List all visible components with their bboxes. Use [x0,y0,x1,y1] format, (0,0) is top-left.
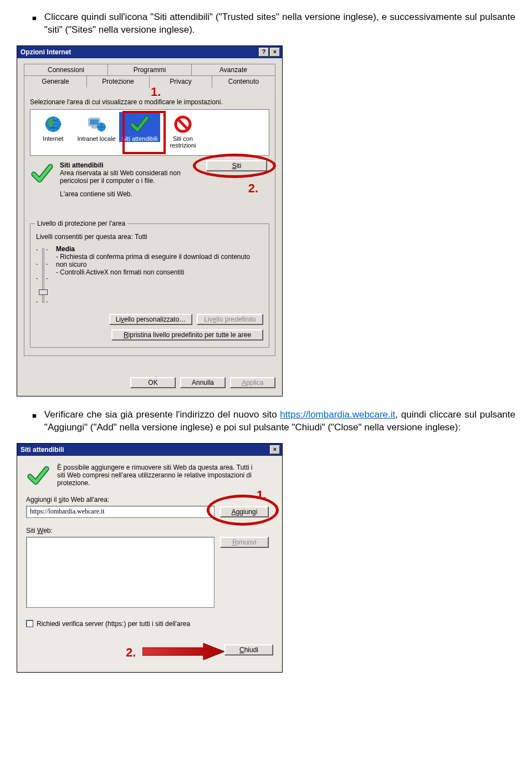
default-level-button[interactable]: Livello predefinito [197,314,263,325]
add-button[interactable]: Aggiungi [220,506,269,517]
close-button[interactable]: × [270,445,280,454]
dialog-title: Siti attendibili [21,446,64,454]
help-button[interactable]: ? [259,48,269,57]
zone-list[interactable]: Internet Intranet locale Siti attendibil… [30,109,269,156]
instruction-para-1: ■ Cliccare quindi sull'icona "Siti atten… [32,11,515,37]
trusted-sites-dialog: Siti attendibili × È possibile aggiunger… [17,443,283,673]
add-site-label: Aggiungi il sito Web all'area: [26,496,273,503]
zone-restricted[interactable]: Siti con restrizioni [162,112,203,149]
intro-row: È possibile aggiungere e rimuovere siti … [26,464,273,488]
tab-programmi[interactable]: Programmi [108,64,192,76]
svg-rect-5 [92,126,96,128]
tab-avanzate[interactable]: Avanzate [191,64,275,76]
checkmark-icon [26,464,50,488]
zone-desc-body: Area riservata ai siti Web considerati n… [60,169,198,185]
checkbox-icon [26,620,33,627]
tab-panel-protezione: 1. Selezionare l'area di cui visualizzar… [24,88,275,356]
marker-1: 1. [151,85,161,99]
sites-listbox[interactable] [26,537,214,608]
tab-strip: Connessioni Programmi Avanzate Generale … [24,64,275,88]
level-line-2: - Controlli ActiveX non firmati non cons… [56,268,255,276]
apply-button[interactable]: Applica [230,377,275,388]
restricted-icon [162,113,203,135]
bullet-icon: ■ [32,13,37,37]
arrow-icon [142,641,226,662]
zone-desc-extra: L'area contiene siti Web. [60,190,198,198]
titlebar: Opzioni Internet ? × [17,46,282,58]
close-dialog-button[interactable]: Chiudi [224,644,273,655]
zone-label: Intranet locale [77,135,115,142]
checkmark-icon [119,113,160,135]
site-url-input[interactable] [26,506,214,518]
titlebar: Siti attendibili × [17,444,282,456]
reset-all-button[interactable]: Ripristina livello predefinito per tutte… [111,329,263,340]
instruction-para-2: ■ Verificare che sia già presente l'indi… [32,409,515,434]
intro-text: È possibile aggiungere e rimuovere siti … [57,464,257,488]
zone-hint: Selezionare l'area di cui visualizzare o… [30,98,269,106]
ok-button[interactable]: OK [130,377,176,388]
internet-options-dialog: Opzioni Internet ? × Connessioni Program… [17,45,283,396]
close-button[interactable]: × [270,48,280,57]
sites-list-label: Siti Web: [26,527,273,535]
tab-protezione[interactable]: Protezione [86,75,150,88]
level-line-1: - Richiesta di conferma prima di eseguir… [56,253,255,268]
https-verify-checkbox[interactable]: Richiedi verifica server (https:) per tu… [26,620,273,628]
zone-label: Siti con restrizioni [170,135,196,149]
tab-generale[interactable]: Generale [24,75,87,88]
sites-button-label: iti [237,162,242,170]
zone-label: Internet [43,135,63,142]
globe-icon [33,113,74,135]
zone-intranet[interactable]: Intranet locale [76,112,117,142]
bullet-icon: ■ [32,411,37,434]
custom-level-button[interactable]: Livello personalizzato… [109,314,192,325]
svg-point-2 [48,119,54,126]
zone-desc-title: Siti attendibili [60,161,198,169]
checkmark-icon [30,161,55,198]
checkbox-label: Richiedi verifica server (https:) per tu… [37,620,190,628]
security-slider[interactable]: -- -- -- -- [36,245,50,306]
allowed-levels: Livelli consentiti per questa area: Tutt… [36,233,263,241]
dialog-buttons: OK Annulla Applica [17,370,282,396]
para2-a: Verificare che sia già presente l'indiri… [44,409,280,420]
marker-1: 1. [257,488,267,502]
intranet-icon [76,113,117,135]
group-legend: Livello di protezione per l'area [35,220,127,227]
svg-rect-4 [90,119,99,125]
zone-internet[interactable]: Internet [33,112,74,142]
tab-connessioni[interactable]: Connessioni [24,64,108,76]
dialog-title: Opzioni Internet [21,48,71,56]
zone-trusted-sites[interactable]: Siti attendibili [119,112,160,142]
tab-contenuto[interactable]: Contenuto [212,75,275,88]
svg-marker-9 [142,643,224,660]
remove-button[interactable]: Rimuovi [220,537,269,548]
marker-2: 2. [126,645,136,660]
site-link[interactable]: https://lombardia.webcare.it [280,409,395,420]
level-name: Media [56,245,255,253]
para2-text: Verificare che sia già presente l'indiri… [44,409,515,434]
security-level-group: Livello di protezione per l'area Livelli… [30,223,269,348]
para1-text: Cliccare quindi sull'icona "Siti attendi… [44,11,515,37]
sites-button[interactable]: Siti [206,160,267,171]
zone-label: Siti attendibili [122,135,158,142]
cancel-button[interactable]: Annulla [180,377,226,388]
marker-2: 2. [248,181,258,196]
